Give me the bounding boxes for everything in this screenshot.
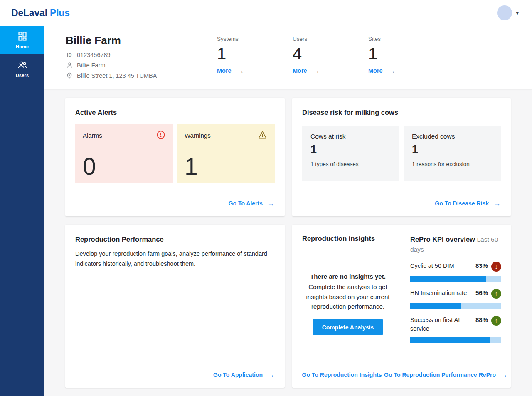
go-to-repro-performance-link[interactable]: Go To Reproduction Performance RePro → — [384, 371, 508, 379]
alarm-error-icon — [156, 130, 165, 141]
sites-more-link[interactable]: More → — [368, 67, 396, 74]
arrow-right-icon: → — [267, 200, 275, 207]
sidebar-item-home[interactable]: Home — [0, 26, 44, 54]
farm-address-row: Billie Street 1, 123 45 TUMBA — [66, 72, 217, 79]
top-bar: DeLaval Plus ▾ — [0, 0, 532, 26]
tile-value: 1 — [310, 143, 391, 156]
tile-label: Cows at risk — [310, 133, 391, 140]
farm-id-row: ID 0123456789 — [66, 52, 217, 58]
excluded-cows-tile: Excluded cows 1 1 reasons for exclusion — [404, 126, 501, 181]
sidebar: Home Users — [0, 26, 44, 396]
tile-label: Excluded cows — [412, 133, 493, 140]
tile-value: 1 — [412, 143, 493, 156]
alarms-label: Alarms — [83, 132, 102, 139]
warnings-label: Warnings — [185, 132, 211, 139]
card-title: Reproduction insights — [302, 235, 394, 243]
sidebar-item-users[interactable]: Users — [0, 54, 44, 83]
alarms-count: 0 — [83, 155, 165, 178]
systems-more-link[interactable]: More → — [217, 67, 244, 74]
go-to-disease-risk-link[interactable]: Go To Disease Risk → — [435, 200, 501, 207]
stat-value: 4 — [293, 44, 368, 63]
id-label: ID — [66, 52, 73, 57]
users-more-link[interactable]: More → — [293, 67, 320, 74]
brand-secondary: Plus — [50, 7, 70, 18]
kpi-label: Cyclic at 50 DIM — [410, 262, 475, 270]
insights-empty-state: There are no insights yet. Complete the … — [302, 272, 394, 311]
tile-subtext: 1 types of diseases — [310, 161, 391, 167]
farm-contact-row: Billie Farm — [66, 62, 217, 69]
kpi-value: 83% — [475, 262, 488, 269]
tile-subtext: 1 reasons for exclusion — [412, 161, 493, 167]
warning-triangle-icon — [258, 130, 267, 141]
card-title: Reproduction Performance — [75, 235, 275, 243]
go-to-alerts-link[interactable]: Go To Alerts → — [229, 200, 275, 207]
stat-sites: Sites 1 More → — [368, 36, 444, 89]
trend-down-icon: ↓ — [491, 262, 501, 272]
arrow-right-icon: → — [493, 200, 501, 207]
kpi-progress-bar — [410, 337, 501, 343]
disease-risk-card: Disease risk for milking cows Cows at ri… — [292, 98, 511, 216]
farm-id-value: 0123456789 — [77, 52, 111, 58]
farm-address: Billie Street 1, 123 45 TUMBA — [77, 72, 157, 79]
stat-systems: Systems 1 More → — [217, 36, 293, 89]
card-title: Disease risk for milking cows — [302, 109, 501, 116]
farm-name: Billie Farm — [66, 34, 217, 47]
empty-state-title: There are no insights yet. — [303, 272, 393, 281]
users-icon — [17, 60, 28, 70]
reproduction-insights-kpi-card: Reproduction insights There are no insig… — [292, 225, 511, 388]
complete-analysis-button[interactable]: Complete Analysis — [313, 319, 383, 335]
reproduction-performance-card: Reproduction Performance Develop your re… — [65, 225, 285, 388]
warnings-tile: Warnings 1 — [177, 124, 275, 183]
trend-up-icon: ↑ — [491, 316, 501, 326]
active-alerts-card: Active Alerts Alarms — [65, 98, 285, 216]
card-description: Develop your reproduction farm goals, an… — [75, 249, 273, 269]
kpi-label: Success on first AI service — [410, 316, 475, 333]
farm-stats: Systems 1 More → Users 4 More → — [217, 26, 444, 89]
go-to-application-link[interactable]: Go To Application → — [213, 371, 275, 379]
kpi-row: HN Insemination rate 56% ↑ — [410, 289, 501, 309]
kpi-label: HN Insemination rate — [410, 289, 475, 297]
trend-up-icon: ↑ — [491, 289, 501, 299]
kpi-value: 56% — [475, 289, 488, 296]
farm-contact-name: Billie Farm — [77, 62, 105, 69]
go-to-reproduction-insights-link[interactable]: Go To Reproduction Insights → — [302, 371, 394, 379]
empty-state-body: Complete the analysis to get insights ba… — [306, 283, 390, 310]
kpi-value: 88% — [475, 316, 488, 323]
reproduction-insights-section: Reproduction insights There are no insig… — [302, 235, 402, 379]
arrow-right-icon: → — [237, 67, 244, 74]
kpi-progress-bar — [410, 303, 501, 309]
caret-down-icon[interactable]: ▾ — [516, 10, 519, 16]
arrow-right-icon: → — [313, 67, 320, 74]
stat-label: Sites — [368, 36, 444, 42]
brand-primary: DeLaval — [11, 7, 47, 18]
kpi-row: Cyclic at 50 DIM 83% ↓ — [410, 262, 501, 282]
arrow-right-icon: → — [500, 371, 508, 379]
sidebar-item-label: Home — [16, 44, 29, 49]
arrow-right-icon: → — [267, 371, 275, 379]
kpi-title: RePro KPI overview Last 60 days — [410, 235, 501, 255]
stat-label: Systems — [217, 36, 293, 42]
farm-info: Billie Farm ID 0123456789 Billie Farm — [66, 26, 217, 89]
card-title: Active Alerts — [75, 109, 275, 116]
sidebar-item-label: Users — [16, 73, 29, 78]
stat-value: 1 — [217, 44, 293, 63]
avatar[interactable] — [497, 5, 512, 20]
cows-at-risk-tile: Cows at risk 1 1 types of diseases — [302, 126, 399, 181]
location-pin-icon — [66, 72, 73, 79]
stat-users: Users 4 More → — [293, 36, 368, 89]
repro-kpi-overview-section: RePro KPI overview Last 60 days Cyclic a… — [402, 235, 501, 379]
warnings-count: 1 — [185, 155, 267, 178]
kpi-progress-bar — [410, 276, 501, 282]
account-menu[interactable]: ▾ — [497, 5, 519, 20]
dashboard-content: Active Alerts Alarms — [44, 89, 532, 396]
person-icon — [66, 62, 73, 69]
farm-header: Billie Farm ID 0123456789 Billie Farm — [44, 26, 532, 89]
app-logo[interactable]: DeLaval Plus — [11, 7, 70, 19]
home-grid-icon — [17, 31, 27, 41]
stat-value: 1 — [368, 44, 444, 63]
alarms-tile: Alarms 0 — [75, 124, 173, 183]
arrow-right-icon: → — [388, 67, 396, 74]
kpi-row: Success on first AI service 88% ↑ — [410, 316, 501, 343]
stat-label: Users — [293, 36, 368, 42]
